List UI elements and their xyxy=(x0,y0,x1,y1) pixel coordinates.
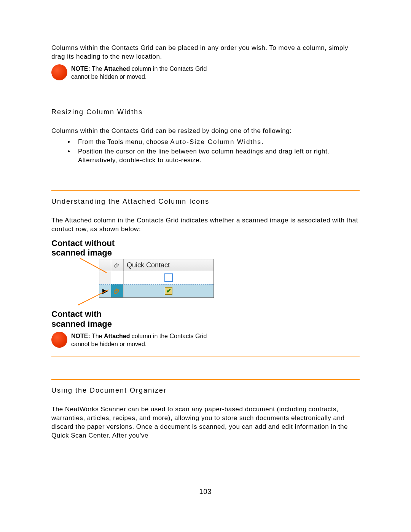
resizing-bullets: From the Tools menu, choose Auto-Size Co… xyxy=(51,138,360,165)
grid-header-row: Quick Contact xyxy=(99,259,213,271)
grid-row-unattached xyxy=(99,271,213,284)
divider xyxy=(51,190,360,191)
attached-intro: The Attached column in the Contacts Grid… xyxy=(51,216,360,234)
note-dot-icon xyxy=(51,64,67,80)
row-pointer-icon: ▶ xyxy=(102,287,108,295)
resizing-intro: Columns within the Contacts Grid can be … xyxy=(51,127,360,136)
attached-illustration: Contact without scanned image Quick Cont… xyxy=(51,238,215,329)
note-1: NOTE: The Attached column in the Contact… xyxy=(51,64,360,81)
contacts-grid-sample: Quick Contact ▶ ✔ xyxy=(99,259,214,298)
label-contact-with: Contact with scanned image xyxy=(51,309,215,329)
heading-resizing: Resizing Column Widths xyxy=(51,108,360,116)
attached-paperclip-icon xyxy=(111,284,124,297)
label-contact-without: Contact without scanned image xyxy=(51,238,215,258)
heading-doc-organizer: Using the Document Organizer xyxy=(51,387,360,395)
divider xyxy=(51,89,360,89)
checkbox-checked-icon: ✔ xyxy=(165,287,172,295)
doc-organizer-body: The NeatWorks Scanner can be used to sca… xyxy=(51,405,360,440)
row-selector-header xyxy=(99,259,111,271)
note-2-text: NOTE: The Attached column in the Contact… xyxy=(71,332,223,348)
note-1-text: NOTE: The Attached column in the Contact… xyxy=(71,64,223,81)
divider xyxy=(51,172,360,172)
bullet-2: Position the cursor on the line between … xyxy=(74,147,360,165)
note-2: NOTE: The Attached column in the Contact… xyxy=(51,332,360,348)
grid-row-attached: ▶ ✔ xyxy=(99,284,213,297)
heading-attached-icons: Understanding the Attached Column Icons xyxy=(51,198,360,206)
note-dot-icon xyxy=(51,332,67,348)
page-number: 103 xyxy=(0,488,411,496)
quick-contact-header: Quick Contact xyxy=(124,259,213,271)
divider xyxy=(51,356,360,356)
checkbox-unchecked-icon xyxy=(164,273,173,282)
intro-paragraph: Columns within the Contacts Grid can be … xyxy=(51,44,360,61)
bullet-1: From the Tools menu, choose Auto-Size Co… xyxy=(74,138,360,147)
divider xyxy=(51,379,360,380)
attached-header-icon xyxy=(111,259,124,271)
